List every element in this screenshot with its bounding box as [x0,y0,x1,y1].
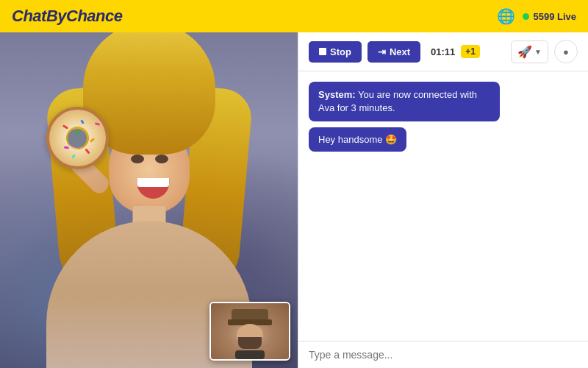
toolbar: Stop ⇥ Next 01:11 +1 🚀 ▼ ● [298,32,588,71]
logo: ChatByChance [12,7,122,26]
next-label: Next [390,46,410,57]
system-prefix: System: [318,89,356,100]
self-view [209,302,290,361]
message-input-row [298,341,588,368]
sprinkle-3 [80,119,85,124]
chevron-down-icon: ▼ [534,48,542,56]
menu-button[interactable]: ● [554,40,578,63]
user-message: Hey handsome 🤩 [309,127,406,152]
video-panel [0,32,298,368]
plus-badge[interactable]: +1 [461,45,480,58]
system-message: System: You are now connected with Ava f… [309,82,500,121]
eye-right [155,155,168,163]
eye-left [131,155,144,163]
live-indicator: 5599 Live [523,11,576,22]
next-icon: ⇥ [378,46,386,57]
self-view-glasses [235,350,265,359]
self-view-hat [232,309,268,322]
rocket-icon: 🚀 [517,45,532,59]
globe-icon[interactable]: 🌐 [497,7,515,25]
messages-container: System: You are now connected with Ava f… [298,71,588,341]
ellipsis-icon: ● [563,46,569,57]
sprinkle-6 [85,148,90,154]
header-right: 🌐 5599 Live [497,7,576,25]
donut [46,107,109,169]
sprinkle-1 [62,124,68,130]
sprinkle-5 [63,146,68,149]
teeth [137,178,169,187]
timer: 01:11 [431,46,455,57]
header: ChatByChance 🌐 5599 Live [0,0,588,32]
self-view-inner [211,303,289,359]
rocket-button[interactable]: 🚀 ▼ [511,40,548,63]
live-count: 5599 Live [533,11,576,22]
sprinkle-7 [71,154,76,159]
chat-panel: Stop ⇥ Next 01:11 +1 🚀 ▼ ● System: You a… [298,32,588,368]
main-layout: Stop ⇥ Next 01:11 +1 🚀 ▼ ● System: You a… [0,32,588,368]
stop-label: Stop [330,46,351,57]
message-input[interactable] [309,349,578,361]
stop-icon [319,48,326,55]
stop-button[interactable]: Stop [309,41,362,63]
sprinkle-4 [89,138,94,143]
sprinkle-8 [94,122,100,126]
live-dot [523,13,529,20]
next-button[interactable]: ⇥ Next [368,41,420,63]
self-view-beard [238,337,262,349]
